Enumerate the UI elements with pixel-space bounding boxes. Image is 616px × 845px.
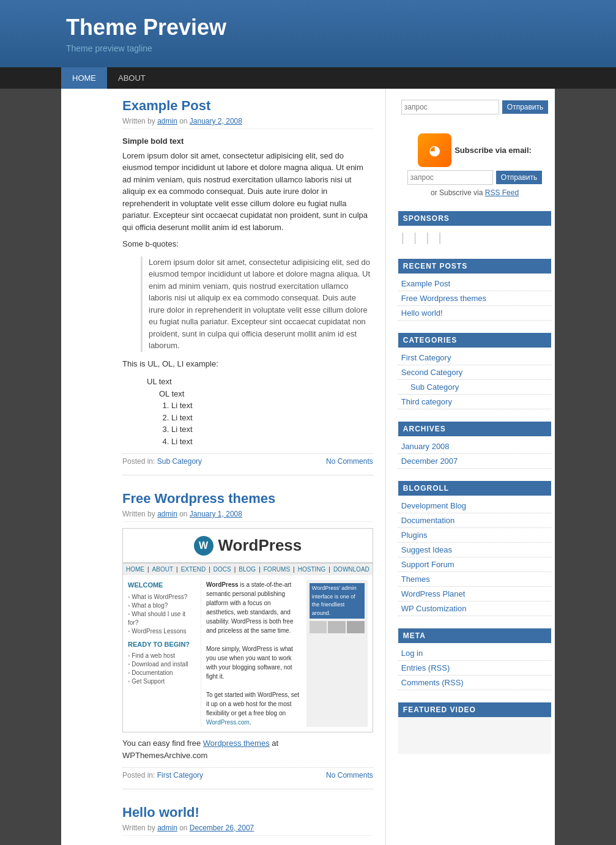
- main-content: Example Post Written by admin on January…: [122, 89, 386, 845]
- meta-link[interactable]: Log in: [398, 646, 552, 661]
- blogroll-link[interactable]: Documentation: [398, 513, 552, 528]
- categories-title: CATEGORIES: [398, 333, 552, 348]
- recent-posts-widget: RECENT POSTS Example Post Free Wordpress…: [398, 259, 552, 324]
- site-title: Theme Preview: [66, 15, 555, 40]
- nav-about[interactable]: ABOUT: [107, 67, 157, 89]
- post-title-link[interactable]: Free Wordpress themes: [122, 491, 275, 506]
- meta-link[interactable]: Entries (RSS): [398, 661, 552, 676]
- list-item: Li text: [171, 400, 373, 412]
- post-author-link[interactable]: admin: [157, 824, 177, 832]
- recent-post-link[interactable]: Free Wordpress themes: [398, 291, 552, 306]
- search-input[interactable]: [401, 100, 499, 114]
- subscribe-widget: ◕ Subscribe via email: Отправить or Subs…: [398, 128, 552, 202]
- recent-posts-title: RECENT POSTS: [398, 259, 552, 274]
- wp-nav: HOME | ABOUT | EXTEND | DOCS | BLOG | FO…: [123, 564, 373, 575]
- post-category: Posted in: First Category: [122, 771, 203, 780]
- site-header: Theme Preview Theme preview tagline: [0, 0, 616, 67]
- wp-themes-link[interactable]: Wordpress themes: [203, 739, 270, 748]
- search-button[interactable]: Отправить: [502, 100, 549, 114]
- category-link[interactable]: Third category: [398, 395, 552, 409]
- recent-post-link[interactable]: Hello world!: [398, 306, 552, 321]
- post-blockquote: Lorem ipsum dolor sit amet, consectetur …: [141, 256, 373, 352]
- wp-wordmark: WordPress: [218, 534, 302, 557]
- rss-feed-link[interactable]: RSS Feed: [485, 188, 519, 197]
- blogroll-link[interactable]: WordPress Planet: [398, 587, 552, 601]
- category-link[interactable]: Second Category: [398, 365, 552, 380]
- category-link[interactable]: First Category: [157, 771, 203, 780]
- post-body-text: You can easy find free Wordpress themes …: [122, 737, 373, 761]
- featured-video-title: FEATURED VIDEO: [398, 702, 552, 717]
- blogroll-link[interactable]: Suggest Ideas: [398, 543, 552, 557]
- subscribe-label: Subscribe via email:: [455, 146, 532, 155]
- meta-link[interactable]: Comments (RSS): [398, 676, 552, 690]
- post-meta: Written by admin on December 26, 2007: [122, 824, 373, 836]
- post-date-link[interactable]: December 26, 2007: [190, 824, 254, 832]
- sidebar: Отправить ◕ Subscribe via email:: [386, 89, 552, 845]
- post-footer: Posted in: Sub Category No Comments: [122, 453, 373, 466]
- post-title: Free Wordpress themes: [122, 491, 373, 507]
- some-bquotes-label: Some b-quotes:: [122, 238, 373, 250]
- sponsors-title: SPONSORS: [398, 211, 552, 226]
- archives-content: January 2008 December 2007: [398, 436, 552, 472]
- blogroll-widget: BLOGROLL Development Blog Documentation …: [398, 481, 552, 619]
- post-title: Example Post: [122, 98, 373, 114]
- recent-post-link[interactable]: Example Post: [398, 277, 552, 291]
- categories-widget: CATEGORIES First Category Second Categor…: [398, 333, 552, 412]
- post-author-link[interactable]: admin: [157, 510, 177, 518]
- wp-admin-preview: WordPress' admin interface is one of the…: [306, 580, 368, 727]
- post-meta: Written by admin on January 1, 2008: [122, 510, 373, 522]
- blogroll-link[interactable]: WP Customization: [398, 601, 552, 616]
- post-content: Simple bold text Lorem ipsum dolor sit a…: [122, 135, 373, 447]
- subscribe-box: ◕ Subscribe via email: Отправить or Subs…: [398, 128, 552, 202]
- search-form: Отправить: [398, 95, 552, 119]
- post-author-link[interactable]: admin: [157, 117, 177, 125]
- post-title-link[interactable]: Example Post: [122, 98, 210, 113]
- rss-icon: ◕: [418, 133, 451, 167]
- post-date-link[interactable]: January 1, 2008: [190, 510, 242, 518]
- bold-text: Simple bold text: [122, 136, 184, 146]
- post-date-link[interactable]: January 2, 2008: [190, 117, 242, 125]
- meta-content: Log in Entries (RSS) Comments (RSS): [398, 643, 552, 693]
- featured-video-content: [398, 717, 552, 754]
- ol-text: OL text Li text Li text Li text Li text: [159, 388, 373, 448]
- meta-title: META: [398, 628, 552, 643]
- search-widget: Отправить: [398, 95, 552, 119]
- comments-link[interactable]: No Comments: [326, 457, 373, 466]
- subscribe-button[interactable]: Отправить: [496, 171, 543, 184]
- meta-widget: META Log in Entries (RSS) Comments (RSS): [398, 628, 552, 693]
- blogroll-link[interactable]: Development Blog: [398, 499, 552, 513]
- sponsors-widget: SPONSORS | | | |: [398, 211, 552, 250]
- post-free-themes: Free Wordpress themes Written by admin o…: [122, 491, 373, 789]
- category-link[interactable]: Sub Category: [157, 457, 202, 466]
- post-content: W WordPress HOME | ABOUT | EXTEND | DOCS: [122, 528, 373, 761]
- archive-link[interactable]: January 2008: [398, 439, 552, 454]
- sponsors-content: | | | |: [398, 226, 552, 250]
- subscribe-email-input[interactable]: [407, 170, 493, 185]
- post-hello-world: Hello world! Written by admin on Decembe…: [122, 805, 373, 845]
- ul-label: UL text: [147, 376, 172, 388]
- categories-content: First Category Second Category Sub Categ…: [398, 348, 552, 412]
- rss-link-row: or Subscrive via RSS Feed: [431, 188, 519, 197]
- category-link-sub[interactable]: Sub Category: [398, 380, 552, 395]
- wp-content: WELCOME ◦ What is WordPress?◦ What a blo…: [123, 575, 373, 732]
- blogroll-link[interactable]: Themes: [398, 572, 552, 587]
- post-title: Hello world!: [122, 805, 373, 821]
- archive-link[interactable]: December 2007: [398, 454, 552, 469]
- post-title-link[interactable]: Hello world!: [122, 805, 199, 820]
- category-link[interactable]: First Category: [398, 351, 552, 365]
- content-wrapper: Example Post Written by admin on January…: [61, 89, 555, 845]
- blogroll-link[interactable]: Plugins: [398, 528, 552, 543]
- post-meta: Written by admin on January 2, 2008: [122, 117, 373, 129]
- post-content: Welcome to WordPress. This is your first…: [122, 842, 373, 845]
- subscribe-email-row: Отправить: [407, 170, 543, 185]
- recent-posts-content: Example Post Free Wordpress themes Hello…: [398, 274, 552, 324]
- blogroll-link[interactable]: Support Forum: [398, 557, 552, 572]
- nav-home[interactable]: HOME: [61, 67, 107, 89]
- comments-link[interactable]: No Comments: [326, 771, 373, 780]
- post-body: Welcome to WordPress. This is your first…: [122, 842, 373, 845]
- main-nav: HOME ABOUT: [0, 67, 616, 89]
- archives-widget: ARCHIVES January 2008 December 2007: [398, 422, 552, 472]
- post-footer: Posted in: First Category No Comments: [122, 767, 373, 780]
- subscribe-row: ◕ Subscribe via email:: [418, 133, 532, 167]
- wp-screenshot: W WordPress HOME | ABOUT | EXTEND | DOCS: [122, 528, 373, 732]
